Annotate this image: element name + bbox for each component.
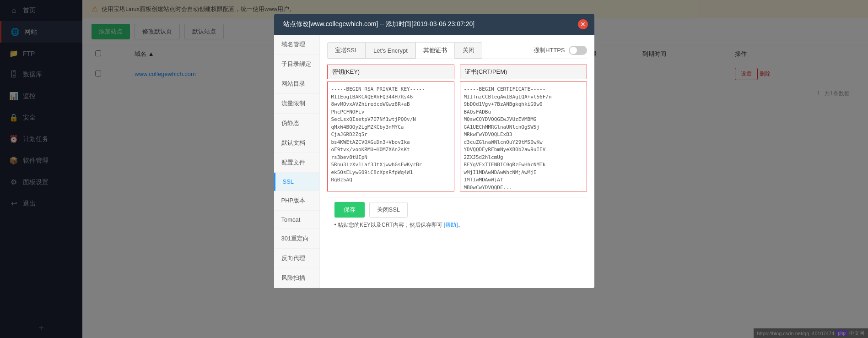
help-message: 粘贴您的KEY以及CRT内容，然后保存即可 <box>338 222 442 228</box>
cert-textarea[interactable]: -----BEGIN CERTIFICATE----- MIIfnzCCBleg… <box>460 82 587 191</box>
save-button[interactable]: 保存 <box>334 202 365 218</box>
modal-nav: 域名管理 子目录绑定 网站目录 流量限制 伪静态 默认文档 配置文件 SSL P… <box>274 35 320 288</box>
tab-close[interactable]: 关闭 <box>455 42 482 59</box>
key-textarea[interactable]: -----BEGIN RSA PRIVATE KEY----- MIIEogIB… <box>327 82 454 191</box>
nav-tomcat[interactable]: Tomcat <box>274 211 319 229</box>
tab-baota-ssl[interactable]: 宝塔SSL <box>327 42 366 59</box>
ssl-tab-group: 宝塔SSL Let's Encrypt 其他证书 关闭 <box>327 42 482 59</box>
cert-label: 证书(CRT/PEM) <box>460 65 587 79</box>
nav-reverse-proxy[interactable]: 反向代理 <box>274 249 319 268</box>
nav-301[interactable]: 301重定向 <box>274 229 319 249</box>
nav-ssl[interactable]: SSL <box>274 173 319 191</box>
modal-body: 域名管理 子目录绑定 网站目录 流量限制 伪静态 默认文档 配置文件 SSL P… <box>274 35 594 288</box>
tab-other-cert[interactable]: 其他证书 <box>415 42 455 59</box>
close-ssl-button[interactable]: 关闭SSL <box>369 202 408 218</box>
site-edit-modal: 站点修改[www.collegewhich.com] -- 添加时间[2019-… <box>274 14 594 288</box>
modal-title: 站点修改[www.collegewhich.com] -- 添加时间[2019-… <box>283 20 475 28</box>
nav-subdir[interactable]: 子目录绑定 <box>274 55 319 74</box>
modal-ssl-content: 宝塔SSL Let's Encrypt 其他证书 关闭 强制HTTPS 密钥(K… <box>320 35 594 288</box>
modal-bottom: 保存 关闭SSL • 粘贴您的KEY以及CRT内容，然后保存即可 [帮助]。 <box>327 197 587 234</box>
modal-overlay: 站点修改[www.collegewhich.com] -- 添加时间[2019-… <box>0 0 868 338</box>
help-text: • 粘贴您的KEY以及CRT内容，然后保存即可 [帮助]。 <box>334 221 580 229</box>
tab-letsencrypt[interactable]: Let's Encrypt <box>366 42 415 59</box>
force-https-group: 强制HTTPS <box>534 46 587 55</box>
modal-actions: 保存 关闭SSL <box>334 202 580 218</box>
modal-close-button[interactable]: ✕ <box>578 19 588 29</box>
key-box: 密钥(KEY) -----BEGIN RSA PRIVATE KEY----- … <box>327 65 454 191</box>
bullet-icon: • <box>334 222 336 228</box>
nav-risk-scan[interactable]: 风险扫描 <box>274 268 319 288</box>
cert-box: 证书(CRT/PEM) -----BEGIN CERTIFICATE----- … <box>460 65 587 191</box>
nav-directory[interactable]: 网站目录 <box>274 74 319 94</box>
key-label: 密钥(KEY) <box>327 65 454 79</box>
nav-rewrite[interactable]: 伪静态 <box>274 114 319 133</box>
nav-default-doc[interactable]: 默认文档 <box>274 133 319 153</box>
cert-areas: 密钥(KEY) -----BEGIN RSA PRIVATE KEY----- … <box>327 65 587 191</box>
ssl-tabs: 宝塔SSL Let's Encrypt 其他证书 关闭 强制HTTPS <box>327 42 587 59</box>
nav-traffic-limit[interactable]: 流量限制 <box>274 94 319 114</box>
nav-config[interactable]: 配置文件 <box>274 153 319 173</box>
modal-header: 站点修改[www.collegewhich.com] -- 添加时间[2019-… <box>274 14 594 35</box>
nav-domain[interactable]: 域名管理 <box>274 35 319 55</box>
help-link[interactable]: [帮助] <box>444 222 458 228</box>
force-https-label: 强制HTTPS <box>534 46 565 55</box>
nav-php[interactable]: PHP版本 <box>274 191 319 211</box>
force-https-toggle[interactable] <box>569 46 587 55</box>
